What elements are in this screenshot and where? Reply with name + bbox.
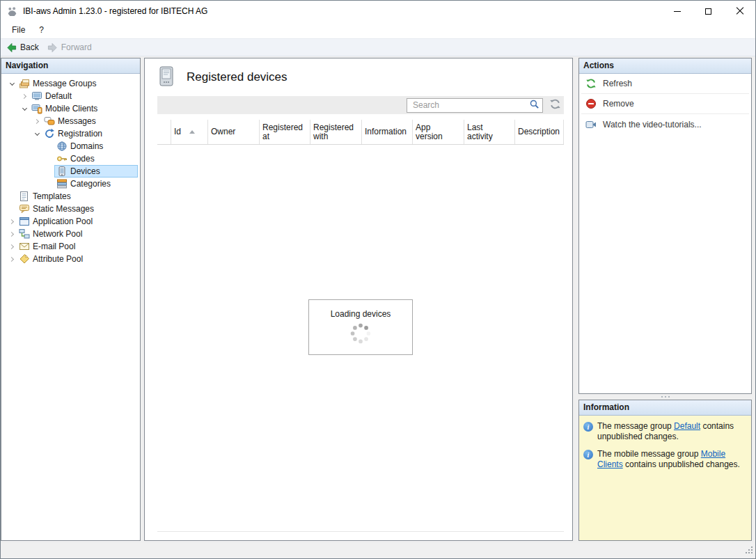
action-refresh[interactable]: Refresh (581, 74, 749, 94)
table-header-selector (157, 120, 171, 144)
tree-item-network-pool[interactable]: Network Pool (1, 228, 140, 240)
info-note-text: The mobile message group Mobile Clients … (597, 449, 747, 470)
table-header-app-version[interactable]: App version (413, 120, 464, 144)
table-header-owner[interactable]: Owner (208, 120, 260, 144)
chevron-right-icon[interactable] (8, 231, 13, 236)
information-body: i The message group Default contains unp… (579, 416, 751, 540)
content-panel: Registered devices Id (144, 58, 573, 541)
tree-item-categories[interactable]: Categories (1, 178, 140, 190)
tree-item-devices[interactable]: Devices (1, 165, 140, 178)
info-note-default: i The message group Default contains unp… (583, 421, 747, 442)
minimize-button[interactable] (661, 1, 693, 22)
maximize-icon (705, 8, 711, 15)
column-label: Owner (211, 127, 235, 136)
close-icon (736, 7, 744, 15)
status-bar (1, 543, 755, 558)
info-note-text: The message group Default contains unpub… (597, 421, 747, 442)
registration-icon (44, 128, 55, 139)
chevron-right-icon[interactable] (8, 219, 13, 223)
back-arrow-icon (6, 42, 17, 53)
table-header-registered-with[interactable]: Registered with (310, 120, 362, 144)
navigation-toolbar: Back Forward (1, 38, 755, 56)
menu-help[interactable]: ? (32, 23, 51, 37)
loading-indicator: Loading devices (308, 299, 413, 355)
table-header-row: Id Owner Registered at Registered with I… (157, 120, 564, 145)
table-header-registered-at[interactable]: Registered at (260, 120, 310, 144)
tree-item-codes[interactable]: Codes (1, 152, 140, 165)
tree-item-label: Message Groups (33, 79, 96, 88)
splitter-handle[interactable] (578, 394, 752, 400)
tree-item-message-groups[interactable]: Message Groups (1, 77, 140, 90)
tree-item-mobile-clients[interactable]: Mobile Clients (1, 102, 140, 115)
column-label: Last activity (467, 123, 506, 141)
tree-item-application-pool[interactable]: Application Pool (1, 215, 140, 228)
forward-button[interactable]: Forward (47, 42, 92, 53)
devices-icon (56, 166, 68, 177)
tree-item-e-mail-pool[interactable]: E-mail Pool (1, 240, 140, 253)
action-label: Watch the video-tutorials... (603, 120, 702, 129)
loading-text: Loading devices (309, 309, 412, 319)
column-label: Information (365, 127, 407, 136)
window-title: IBI-aws Admin 1.23.0 - registered for IB… (23, 6, 207, 16)
chevron-down-icon[interactable] (34, 130, 39, 135)
menu-bar: File ? (1, 22, 755, 38)
table-header-last-activity[interactable]: Last activity (464, 120, 515, 144)
application-pool-icon (19, 216, 30, 227)
sort-ascending-icon (189, 130, 195, 134)
close-button[interactable] (724, 1, 755, 22)
chevron-right-icon[interactable] (33, 118, 38, 123)
sync-icon[interactable] (549, 98, 561, 112)
column-label: Registered with (313, 123, 352, 141)
page-title: Registered devices (187, 70, 288, 84)
chevron-right-icon[interactable] (21, 93, 26, 98)
tree-item-label: Application Pool (33, 216, 93, 226)
tree-item-label: Static Messages (33, 204, 94, 214)
forward-label: Forward (61, 42, 92, 52)
back-button[interactable]: Back (6, 42, 39, 53)
spinner-icon (347, 320, 374, 347)
tree-item-messages[interactable]: Messages (1, 115, 140, 127)
default-group-link[interactable]: Default (674, 421, 700, 431)
search-input[interactable] (407, 100, 529, 110)
search-icon[interactable] (529, 99, 540, 111)
tree-item-label: Domains (70, 141, 103, 151)
tree-item-attribute-pool[interactable]: Attribute Pool (1, 253, 140, 265)
navigation-tree: Message Groups Default Mobile Clients (1, 74, 140, 265)
tree-item-label: Attribute Pool (33, 254, 83, 264)
info-icon: i (583, 422, 593, 432)
tree-item-templates[interactable]: Templates (1, 190, 140, 203)
tree-item-label: Messages (58, 116, 96, 126)
chevron-right-icon[interactable] (8, 256, 13, 261)
chevron-right-icon[interactable] (8, 244, 13, 249)
chevron-down-icon[interactable] (22, 105, 26, 110)
tree-item-label: Templates (33, 191, 71, 201)
tree-item-label: Network Pool (33, 229, 82, 239)
tree-item-registration[interactable]: Registration (1, 127, 140, 140)
app-window: IBI-aws Admin 1.23.0 - registered for IB… (0, 0, 756, 559)
forward-arrow-icon (47, 42, 58, 53)
back-label: Back (20, 42, 39, 52)
table-header-information[interactable]: Information (362, 120, 413, 144)
mobile-clients-icon (31, 103, 42, 114)
info-note-mobile-clients: i The mobile message group Mobile Client… (583, 449, 747, 470)
table-body: Loading devices (157, 145, 564, 532)
menu-file[interactable]: File (5, 23, 32, 37)
remove-icon (585, 98, 597, 109)
action-remove[interactable]: Remove (581, 94, 749, 114)
navigation-panel-header: Navigation (1, 58, 140, 74)
tree-item-domains[interactable]: Domains (1, 140, 140, 152)
action-watch-video-tutorials[interactable]: Watch the video-tutorials... (581, 114, 749, 134)
tree-item-default[interactable]: Default (1, 90, 140, 102)
resize-grip[interactable] (745, 546, 753, 556)
actions-panel: Actions Refresh Remove (578, 58, 752, 394)
tree-item-static-messages[interactable]: Static Messages (1, 203, 140, 215)
codes-icon (56, 153, 68, 164)
table-header-description[interactable]: Description (515, 120, 564, 144)
chevron-down-icon[interactable] (9, 80, 14, 85)
information-panel-header: Information (579, 400, 751, 416)
maximize-button[interactable] (693, 1, 724, 22)
navigation-panel: Navigation Message Groups Default (1, 58, 141, 541)
table-header-id[interactable]: Id (171, 120, 208, 144)
device-icon (157, 66, 175, 89)
templates-icon (19, 191, 30, 202)
